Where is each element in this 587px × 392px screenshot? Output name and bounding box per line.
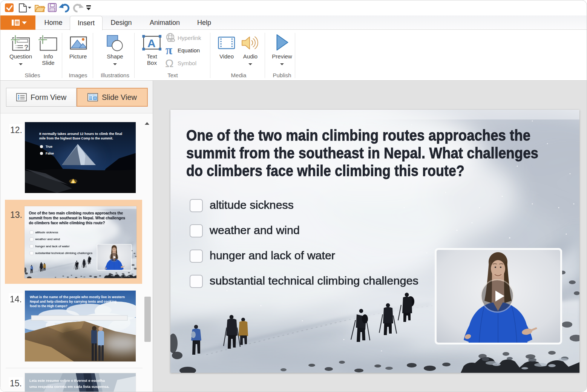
svg-text:Nepal and help climbers by car: Nepal and help climbers by carrying tent… bbox=[30, 300, 116, 303]
svg-text:Leia este resumo sobre o Evere: Leia este resumo sobre o Everest e escol… bbox=[29, 379, 105, 383]
svg-text:mile from the highest Base Com: mile from the highest Base Comp to the s… bbox=[39, 136, 113, 140]
svg-text:uma resposta correta em cada l: uma resposta correta em cada lista suspe… bbox=[29, 385, 109, 389]
svg-text:It normally takes around 12 ho: It normally takes around 12 hours to cli… bbox=[39, 132, 122, 136]
svg-text:A: A bbox=[147, 37, 156, 49]
svg-text:food to the High Camps?: food to the High Camps? bbox=[30, 304, 67, 308]
svg-text:False: False bbox=[46, 152, 54, 155]
svg-text:True: True bbox=[46, 145, 52, 149]
svg-text:What is the name of the people: What is the name of the people who mostl… bbox=[30, 295, 125, 299]
svg-text:?: ? bbox=[24, 43, 29, 51]
